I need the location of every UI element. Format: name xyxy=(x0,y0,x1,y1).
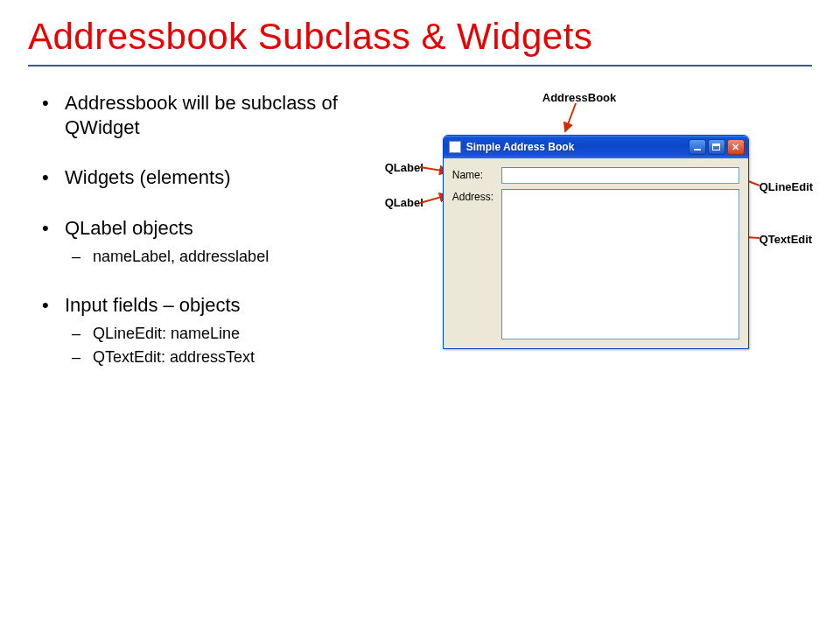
address-input[interactable] xyxy=(501,189,739,340)
bullet-text: nameLabel, addresslabel xyxy=(93,248,269,265)
slide-title: Addressbook Subclass & Widgets xyxy=(28,16,812,58)
content-area: Addressbook will be subclass of QWidget … xyxy=(28,91,812,393)
maximize-icon xyxy=(712,144,720,150)
bullet-text: QLineEdit: nameLine xyxy=(93,325,240,342)
title-underline xyxy=(28,65,812,66)
close-icon: ✕ xyxy=(732,142,739,153)
slide: Addressbook Subclass & Widgets Addressbo… xyxy=(0,0,840,630)
list-subitem: QTextEdit: addressText xyxy=(65,347,360,368)
titlebar[interactable]: Simple Address Book ✕ xyxy=(444,136,748,158)
window-controls: ✕ xyxy=(689,139,745,155)
minimize-icon xyxy=(694,149,701,150)
close-button[interactable]: ✕ xyxy=(727,139,745,155)
list-item: QLabel objects nameLabel, addresslabel xyxy=(28,216,360,267)
callout-qlabel: QLabel xyxy=(385,196,424,209)
maximize-button[interactable] xyxy=(708,139,725,155)
list-item: Input fields – objects QLineEdit: nameLi… xyxy=(28,293,360,368)
list-subitem: nameLabel, addresslabel xyxy=(65,247,360,267)
name-label: Name: xyxy=(452,167,501,181)
list-subitem: QLineEdit: nameLine xyxy=(65,324,360,344)
name-input[interactable] xyxy=(501,167,739,184)
callout-addressbook: AddressBook xyxy=(542,91,617,104)
callout-qlabel: QLabel xyxy=(385,161,424,174)
svg-line-0 xyxy=(565,103,576,131)
dialog-window: Simple Address Book ✕ Name: Address: xyxy=(443,135,749,349)
form-row: Address: xyxy=(452,189,739,340)
diagram: AddressBook QLabel QLabel QLineEdit QTex… xyxy=(385,91,812,388)
window-title: Simple Address Book xyxy=(466,141,689,153)
bullet-text: QTextEdit: addressText xyxy=(93,348,255,366)
client-area: Name: Address: xyxy=(444,158,748,354)
list-item: Addressbook will be subclass of QWidget xyxy=(28,91,360,139)
address-label: Address: xyxy=(452,189,501,203)
arrow-icon xyxy=(560,103,586,138)
bullet-text: QLabel objects xyxy=(65,217,193,239)
bullet-text: Addressbook will be subclass of QWidget xyxy=(65,92,338,138)
bullet-text: Widgets (elements) xyxy=(65,166,231,188)
app-icon xyxy=(449,141,461,153)
list-item: Widgets (elements) xyxy=(28,165,360,190)
bullet-text: Input fields – objects xyxy=(65,294,241,316)
bullet-list: Addressbook will be subclass of QWidget … xyxy=(28,91,360,393)
minimize-button[interactable] xyxy=(689,139,706,155)
callout-qtextedit: QTextEdit xyxy=(760,233,812,246)
callout-qlineedit: QLineEdit xyxy=(760,180,813,193)
form-row: Name: xyxy=(452,167,739,184)
